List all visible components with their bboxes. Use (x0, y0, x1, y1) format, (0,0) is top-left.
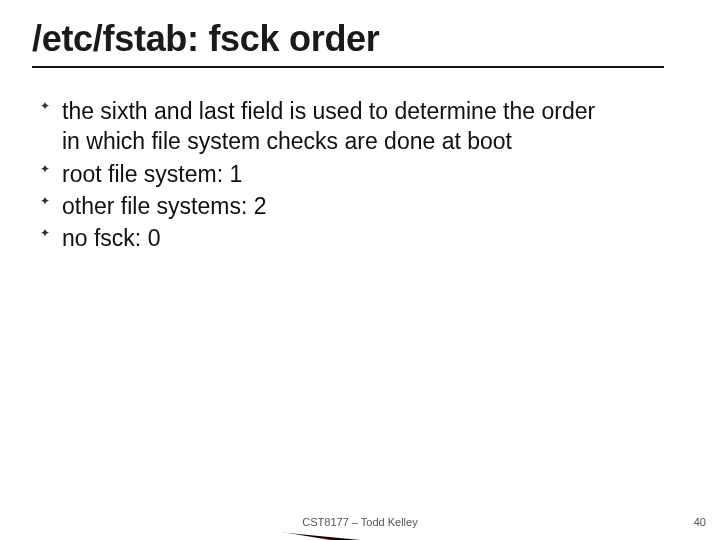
list-item: other file systems: 2 (40, 191, 600, 221)
list-item: root file system: 1 (40, 159, 600, 189)
slide-title: /etc/fstab: fsck order (32, 18, 688, 68)
list-item: no fsck: 0 (40, 223, 600, 253)
svg-marker-2 (0, 485, 330, 540)
bullet-list: the sixth and last field is used to dete… (40, 96, 600, 256)
list-item: the sixth and last field is used to dete… (40, 96, 600, 157)
footer-text: CST8177 – Todd Kelley (0, 516, 720, 528)
slide: /etc/fstab: fsck order the sixth and las… (0, 0, 720, 540)
page-number: 40 (694, 516, 706, 528)
